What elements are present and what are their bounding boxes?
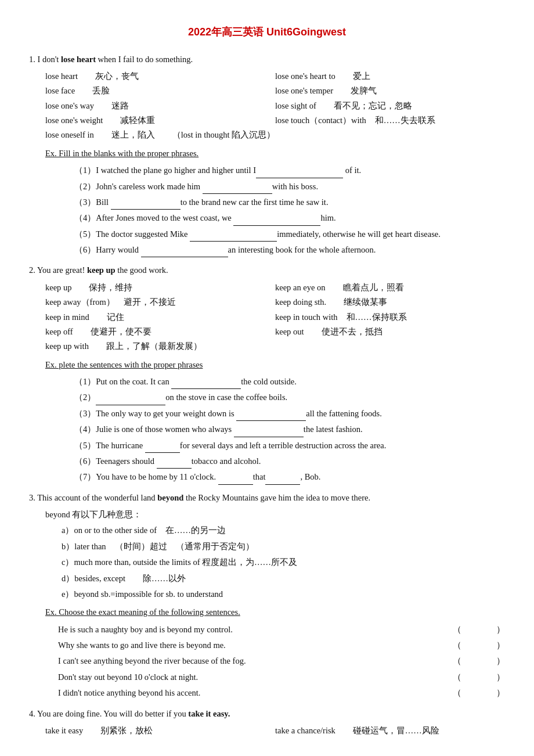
vocab-item: lose heart 灰心，丧气 <box>45 69 275 84</box>
ex2-item3: （3）The only way to get your weight down … <box>74 406 505 421</box>
page-title: 2022年高三英语 Unit6Goingwest <box>29 23 505 42</box>
sentence-text: He is such a naughty boy and is beyond m… <box>58 622 453 637</box>
ex2-item7: （7）You have to be home by 11 o'clock. th… <box>74 470 505 484</box>
beyond-a: a）on or to the other side of 在……的另一边 <box>62 523 505 538</box>
vocab-item: keep up with 跟上，了解（最新发展） <box>45 339 505 354</box>
ex2-item6: （6）Teenagers should tobacco and alcohol. <box>74 454 505 469</box>
section-2: 2. You are great! keep up the good work.… <box>29 263 505 484</box>
vocab-item: keep up 保持，维持 <box>45 280 275 295</box>
vocab-item: lose oneself in 迷上，陷入 （lost in thought 陷… <box>45 128 505 142</box>
answer-paren: （ ） <box>453 638 505 653</box>
ex3-sent3: I can't see anything beyond the river be… <box>58 654 505 668</box>
ex1-item2: （2）John's careless work made him with hi… <box>74 179 505 194</box>
answer-paren: （ ） <box>453 670 505 685</box>
vocab-item: lose sight of 看不见；忘记，忽略 <box>275 99 505 113</box>
ex3-sent4: Don't stay out beyond 10 o'clock at nigh… <box>58 670 505 685</box>
beyond-b: b）later than （时间）超过 （通常用于否定句） <box>62 539 505 554</box>
vocab-item: keep off 使避开，使不要 <box>45 325 275 339</box>
section-1: 1. I don't lose heart when I fail to do … <box>29 52 505 258</box>
ex2-title: Ex. plete the sentences with the proper … <box>45 358 505 372</box>
answer-paren: （ ） <box>453 622 505 637</box>
answer-paren: （ ） <box>453 686 505 700</box>
ex1-item4: （4）After Jones moved to the west coast, … <box>74 211 505 225</box>
vocab-item: lose touch（contact）with 和……失去联系 <box>275 113 505 128</box>
vocab-item: take it easy 别紧张，放松 <box>45 723 275 738</box>
vocab-item: keep in touch with 和……保持联系 <box>275 310 505 325</box>
section2-header: 2. You are great! keep up the good work. <box>29 263 505 278</box>
ex2-item4: （4）Julie is one of those women who alway… <box>74 422 505 437</box>
section-4: 4. You are doing fine. You will do bette… <box>29 707 505 739</box>
beyond-c: c）much more than, outside the limits of … <box>62 555 505 570</box>
vocab-item: lose one's temper 发脾气 <box>275 84 505 98</box>
section1-header: 1. I don't lose heart when I fail to do … <box>29 52 505 67</box>
sentence-text: I can't see anything beyond the river be… <box>58 654 453 668</box>
vocab-item: lose one's heart to 爱上 <box>275 69 505 84</box>
beyond-intro: beyond 有以下几种意思： <box>45 507 505 522</box>
sentence-text: Don't stay out beyond 10 o'clock at nigh… <box>58 670 453 685</box>
section4-header: 4. You are doing fine. You will do bette… <box>29 707 505 721</box>
beyond-e: e）beyond sb.=impossible for sb. to under… <box>62 587 505 602</box>
beyond-d: d）besides, except 除……以外 <box>62 571 505 586</box>
ex3-title: Ex. Choose the exact meaning of the foll… <box>45 605 505 620</box>
vocab-item: lose one's way 迷路 <box>45 99 275 113</box>
ex3-sent1: He is such a naughty boy and is beyond m… <box>58 622 505 637</box>
vocab-item: keep away（from） 避开，不接近 <box>45 295 275 309</box>
section-3: 3. This account of the wonderful land be… <box>29 491 505 701</box>
ex1-item5: （5）The doctor suggested Mike immediately… <box>74 227 505 242</box>
vocab-item: keep out 使进不去，抵挡 <box>275 325 505 339</box>
ex2-item1: （1）Put on the coat. It can the cold outs… <box>74 375 505 389</box>
vocab-item: keep doing sth. 继续做某事 <box>275 295 505 309</box>
section3-header: 3. This account of the wonderful land be… <box>29 491 505 505</box>
ex1-item1: （1）I watched the plane go higher and hig… <box>74 163 505 178</box>
ex1-item3: （3）Bill to the brand new car the first t… <box>74 195 505 210</box>
ex2-item2: （2）on the stove in case the coffee boils… <box>74 390 505 405</box>
ex3-sent5: I didn't notice anything beyond his acce… <box>58 686 505 700</box>
ex2-item5: （5）The hurricane for several days and le… <box>74 438 505 453</box>
vocab-item: lose face 丢脸 <box>45 84 275 98</box>
vocab-item: keep an eye on 瞧着点儿，照看 <box>275 280 505 295</box>
ex1-title: Ex. Fill in the blanks with the proper p… <box>45 146 505 161</box>
sentence-text: I didn't notice anything beyond his acce… <box>58 686 453 700</box>
ex1-item6: （6）Harry would an interesting book for t… <box>74 243 505 257</box>
ex3-sent2: Why she wants to go and live there is be… <box>58 638 505 653</box>
vocab-item: take a chance/risk 碰碰运气，冒……风险 <box>275 723 505 738</box>
sentence-text: Why she wants to go and live there is be… <box>58 638 453 653</box>
vocab-item: lose one's weight 减轻体重 <box>45 113 275 128</box>
vocab-item: keep in mind 记住 <box>45 310 275 325</box>
answer-paren: （ ） <box>453 654 505 668</box>
